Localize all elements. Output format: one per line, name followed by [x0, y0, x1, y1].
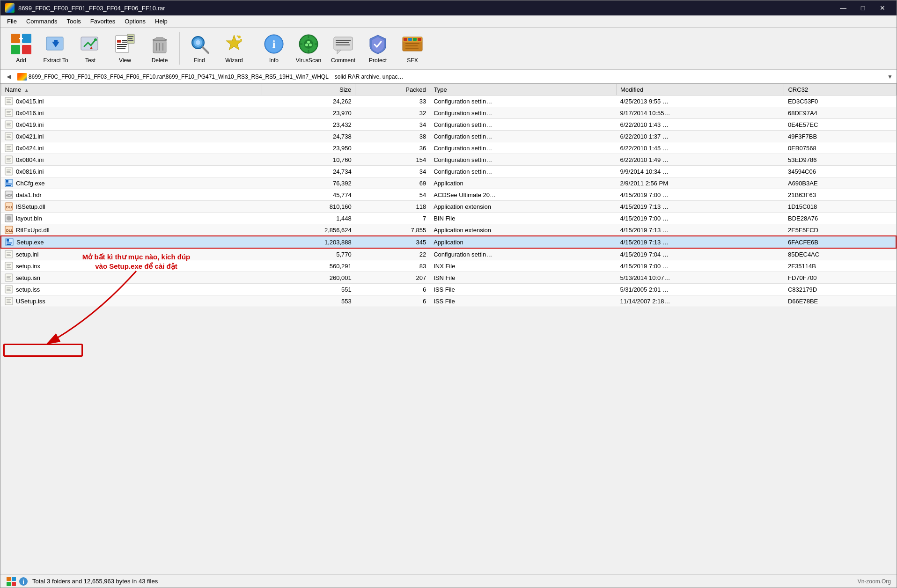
- menu-file[interactable]: File: [2, 17, 22, 26]
- svg-rect-61: [405, 43, 419, 44]
- table-row[interactable]: HDR data1.hdr 45,774 54 ACDSee Ultimate …: [1, 189, 896, 201]
- add-button[interactable]: Add: [4, 29, 38, 67]
- info-button[interactable]: i Info: [257, 29, 291, 67]
- table-row[interactable]: layout.bin 1,448 7 BIN File 4/15/2019 7:…: [1, 213, 896, 224]
- menu-favorites[interactable]: Favorites: [86, 17, 120, 26]
- cell-name: 0x0816.ini: [1, 166, 262, 177]
- cell-packed: 6: [355, 295, 430, 307]
- cell-crc32: 2F35114B: [784, 260, 896, 272]
- table-row[interactable]: DLL ISSetup.dll 810,160 118 Application …: [1, 201, 896, 213]
- svg-point-43: [307, 41, 310, 44]
- cell-crc32: A690B3AE: [784, 177, 896, 189]
- table-row[interactable]: 0x0816.ini 24,734 34 Configuration setti…: [1, 166, 896, 177]
- wizard-button[interactable]: Wizard: [217, 29, 251, 67]
- annotation-box: [3, 344, 83, 357]
- view-button[interactable]: View: [108, 29, 142, 67]
- delete-button[interactable]: Delete: [143, 29, 176, 67]
- table-row[interactable]: ChCfg.exe 76,392 69 Application 2/9/2011…: [1, 177, 896, 189]
- extract-label: Extract To: [43, 57, 68, 64]
- menu-tools[interactable]: Tools: [62, 17, 85, 26]
- menu-help[interactable]: Help: [150, 17, 172, 26]
- table-row[interactable]: Setup.exe 1,203,888 345 Application 4/15…: [1, 236, 896, 248]
- file-name: setup.inx: [16, 263, 40, 270]
- cell-crc32: 6FACFE6B: [784, 236, 896, 248]
- svg-rect-107: [7, 244, 11, 245]
- table-row[interactable]: 0x0415.ini 24,262 33 Configuration setti…: [1, 96, 896, 107]
- cell-name: 0x0424.ini: [1, 142, 262, 154]
- svg-text:i: i: [22, 578, 24, 585]
- cell-name: ChCfg.exe: [1, 177, 262, 189]
- file-list-container[interactable]: Name ▲ Size Packed Type Modified CRC32 0…: [0, 84, 897, 574]
- cell-type: Configuration settin…: [430, 166, 616, 177]
- cell-name: HDR data1.hdr: [1, 189, 262, 201]
- svg-text:i: i: [272, 38, 276, 50]
- table-row[interactable]: setup.iss 551 6 ISS File 5/31/2005 2:01 …: [1, 284, 896, 295]
- sfx-icon: [401, 33, 424, 55]
- table-row[interactable]: 0x0421.ini 24,738 38 Configuration setti…: [1, 131, 896, 142]
- status-left: i Total 3 folders and 12,655,963 bytes i…: [6, 576, 158, 587]
- cell-crc32: D66E78BE: [784, 295, 896, 307]
- test-icon: [79, 33, 102, 55]
- test-button[interactable]: Test: [74, 29, 107, 67]
- table-row[interactable]: 0x0804.ini 10,760 154 Configuration sett…: [1, 154, 896, 166]
- minimize-button[interactable]: —: [834, 1, 853, 15]
- file-name: 0x0421.ini: [16, 133, 44, 140]
- close-button[interactable]: ✕: [873, 1, 892, 15]
- col-header-type[interactable]: Type: [430, 84, 616, 96]
- cell-name: 0x0416.ini: [1, 107, 262, 119]
- cell-packed: 207: [355, 272, 430, 284]
- menu-options[interactable]: Options: [120, 17, 150, 26]
- info-label: Info: [269, 57, 279, 64]
- col-header-packed[interactable]: Packed: [355, 84, 430, 96]
- cell-modified: 6/22/2010 1:37 …: [616, 131, 784, 142]
- col-header-size[interactable]: Size: [262, 84, 355, 96]
- cell-crc32: 1D15C018: [784, 201, 896, 213]
- cell-crc32: ED3C53F0: [784, 96, 896, 107]
- cell-type: Application extension: [430, 201, 616, 213]
- protect-button[interactable]: Protect: [361, 29, 395, 67]
- table-row[interactable]: setup.isn 260,001 207 ISN File 5/13/2014…: [1, 272, 896, 284]
- address-dropdown[interactable]: ▼: [885, 74, 895, 80]
- find-label: Find: [194, 57, 205, 64]
- svg-point-34: [238, 36, 241, 38]
- col-header-modified[interactable]: Modified: [616, 84, 784, 96]
- cell-packed: 83: [355, 260, 430, 272]
- extract-button[interactable]: Extract To: [39, 29, 73, 67]
- virusscan-button[interactable]: VirusScan: [292, 29, 325, 67]
- find-button[interactable]: Find: [183, 29, 216, 67]
- table-row[interactable]: DLL RtlExUpd.dll 2,856,624 7,855 Applica…: [1, 224, 896, 236]
- svg-rect-5: [21, 37, 22, 41]
- svg-rect-57: [404, 38, 407, 41]
- cell-modified: 4/15/2019 7:00 …: [616, 189, 784, 201]
- file-type-icon: [5, 132, 13, 140]
- cell-type: Configuration settin…: [430, 248, 616, 260]
- cell-type: ISS File: [430, 295, 616, 307]
- svg-rect-105: [7, 239, 9, 242]
- cell-size: 24,738: [262, 131, 355, 142]
- col-header-name[interactable]: Name ▲: [1, 84, 262, 96]
- sfx-button[interactable]: SFX: [396, 29, 429, 67]
- menu-commands[interactable]: Commands: [22, 17, 62, 26]
- cell-type: Configuration settin…: [430, 96, 616, 107]
- maximize-button[interactable]: □: [853, 1, 872, 15]
- svg-text:DLL: DLL: [6, 228, 13, 233]
- back-button[interactable]: ◄: [2, 73, 15, 81]
- cell-type: Application extension: [430, 224, 616, 236]
- file-name: RtlExUpd.dll: [16, 227, 50, 234]
- comment-button[interactable]: Comment: [326, 29, 360, 67]
- toolbar: Add Extract To: [0, 28, 897, 70]
- table-row[interactable]: 0x0416.ini 23,970 32 Configuration setti…: [1, 107, 896, 119]
- cell-modified: 6/22/2010 1:45 …: [616, 142, 784, 154]
- table-row[interactable]: 0x0419.ini 23,432 34 Configuration setti…: [1, 119, 896, 131]
- svg-rect-106: [7, 243, 12, 243]
- virusscan-label: VirusScan: [296, 57, 321, 64]
- cell-packed: 118: [355, 201, 430, 213]
- cell-crc32: BDE28A76: [784, 213, 896, 224]
- table-row[interactable]: setup.inx 560,291 83 INX File 4/15/2019 …: [1, 260, 896, 272]
- table-row[interactable]: 0x0424.ini 23,950 36 Configuration setti…: [1, 142, 896, 154]
- table-row[interactable]: setup.ini 5,770 22 Configuration settin……: [1, 248, 896, 260]
- svg-point-35: [240, 39, 242, 41]
- col-header-crc32[interactable]: CRC32: [784, 84, 896, 96]
- table-row[interactable]: USetup.iss 553 6 ISS File 11/14/2007 2:1…: [1, 295, 896, 307]
- cell-size: 23,432: [262, 119, 355, 131]
